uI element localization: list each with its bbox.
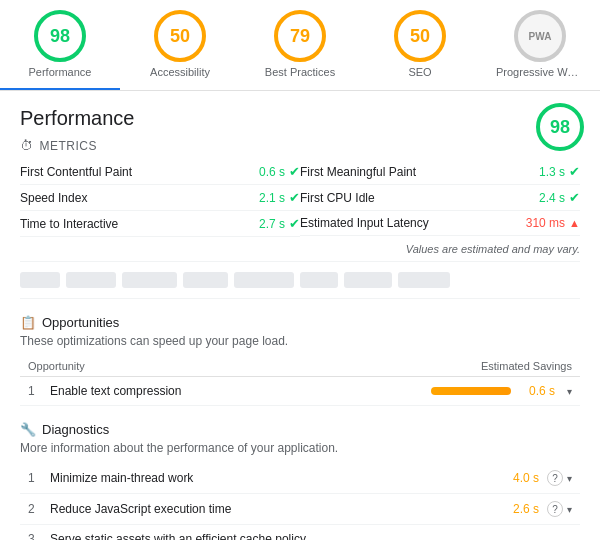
chevron-down-icon-diag-2: ▾ (567, 504, 572, 515)
chevron-down-icon: ▾ (567, 386, 572, 397)
opportunities-section: 📋 Opportunities These optimizations can … (20, 315, 580, 406)
metrics-grid: First Contentful Paint 0.6 s ✔ Speed Ind… (20, 159, 580, 237)
diag-row-2[interactable]: 2 Reduce JavaScript execution time 2.6 s… (20, 494, 580, 525)
timeline-bar-8 (398, 272, 450, 288)
timeline-bar-2 (66, 272, 116, 288)
score-circle-accessibility: 50 (154, 10, 206, 62)
top-tabs: 98 Performance 50 Accessibility 79 Best … (0, 0, 600, 91)
chevron-down-icon-diag-1: ▾ (567, 473, 572, 484)
timeline-bar-3 (122, 272, 177, 288)
opp-row-1[interactable]: 1 Enable text compression 0.6 s ▾ (20, 377, 580, 406)
diagnostics-desc: More information about the performance o… (20, 441, 580, 455)
tab-seo[interactable]: 50 SEO (360, 0, 480, 90)
score-circle-seo: 50 (394, 10, 446, 62)
metric-si: Speed Index 2.1 s ✔ (20, 185, 300, 211)
metrics-left-col: First Contentful Paint 0.6 s ✔ Speed Ind… (20, 159, 300, 237)
timeline-bar-5 (234, 272, 294, 288)
metrics-right-col: First Meaningful Paint 1.3 s ✔ First CPU… (300, 159, 580, 237)
diagnostics-section: 🔧 Diagnostics More information about the… (20, 422, 580, 540)
warn-icon-eil: ▲ (569, 217, 580, 229)
check-icon-fci: ✔ (569, 190, 580, 205)
performance-panel: Performance 98 ⏱ Metrics First Contentfu… (0, 91, 600, 540)
opportunities-header: 📋 Opportunities (20, 315, 580, 330)
opportunities-desc: These optimizations can speed up your pa… (20, 334, 580, 348)
info-icon-1[interactable]: ? (547, 470, 563, 486)
timeline-bar-6 (300, 272, 338, 288)
diag-row-3[interactable]: 3 Serve static assets with an efficient … (20, 525, 580, 540)
score-circle-performance: 98 (34, 10, 86, 62)
info-icon-2[interactable]: ? (547, 501, 563, 517)
timeline-bar-4 (183, 272, 228, 288)
section-title: Performance (20, 107, 580, 130)
clock-icon: ⏱ (20, 138, 34, 153)
metric-fci: First CPU Idle 2.4 s ✔ (300, 185, 580, 211)
check-icon-tti: ✔ (289, 216, 300, 231)
tab-performance[interactable]: 98 Performance (0, 0, 120, 90)
diag-row-1[interactable]: 1 Minimize main-thread work 4.0 s ? ▾ (20, 463, 580, 494)
estimated-note: Values are estimated and may vary. (20, 243, 580, 255)
metric-eil: Estimated Input Latency 310 ms ▲ (300, 211, 580, 236)
score-circle-best-practices: 79 (274, 10, 326, 62)
wrench-icon: 🔧 (20, 422, 36, 437)
check-icon-si: ✔ (289, 190, 300, 205)
performance-score-badge: 98 (536, 103, 584, 151)
tab-label-seo: SEO (408, 66, 431, 78)
tab-label-performance: Performance (29, 66, 92, 78)
metrics-header: ⏱ Metrics (20, 138, 580, 153)
metric-fcp: First Contentful Paint 0.6 s ✔ (20, 159, 300, 185)
tab-label-best-practices: Best Practices (265, 66, 335, 78)
clipboard-icon: 📋 (20, 315, 36, 330)
savings-bar-1 (431, 387, 511, 395)
savings-cell-1: 0.6 s ▾ (431, 384, 572, 398)
check-icon-fmp: ✔ (569, 164, 580, 179)
metric-fmp: First Meaningful Paint 1.3 s ✔ (300, 159, 580, 185)
diagnostics-header: 🔧 Diagnostics (20, 422, 580, 437)
tab-label-pwa: Progressive Web App (496, 66, 584, 78)
tab-pwa[interactable]: PWA Progressive Web App (480, 0, 600, 90)
timeline-bar-7 (344, 272, 392, 288)
timeline-bar-1 (20, 272, 60, 288)
opportunities-table-header: Opportunity Estimated Savings (20, 356, 580, 377)
tab-label-accessibility: Accessibility (150, 66, 210, 78)
score-circle-pwa: PWA (514, 10, 566, 62)
metric-tti: Time to Interactive 2.7 s ✔ (20, 211, 300, 237)
tab-best-practices[interactable]: 79 Best Practices (240, 0, 360, 90)
timeline-bars (20, 261, 580, 299)
tab-accessibility[interactable]: 50 Accessibility (120, 0, 240, 90)
check-icon-fcp: ✔ (289, 164, 300, 179)
